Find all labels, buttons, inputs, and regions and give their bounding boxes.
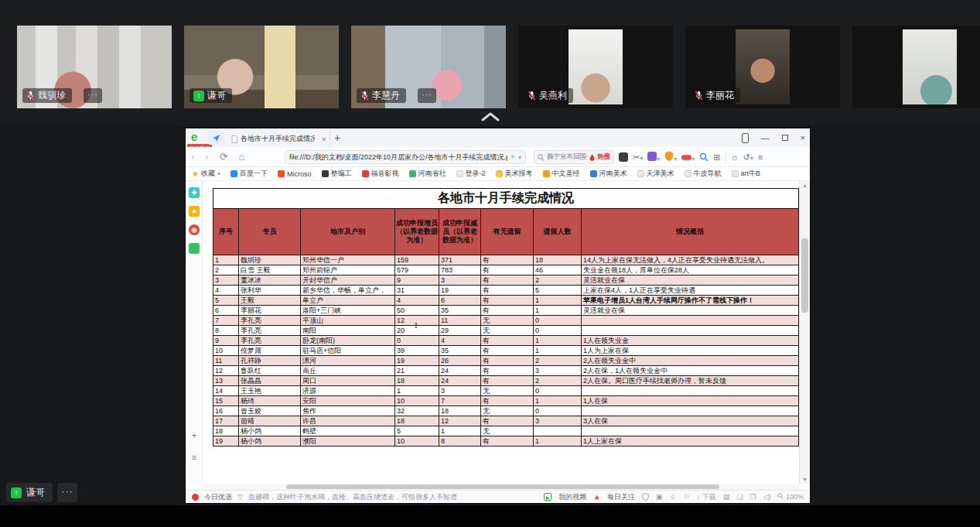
shield-check-icon[interactable] [642, 493, 649, 501]
bookmark-favicon [409, 170, 416, 177]
feedback-icon[interactable]: ❏ [736, 493, 743, 501]
menu-icon[interactable]: ≡ [758, 152, 763, 162]
phone-mode-icon[interactable] [742, 133, 749, 143]
pdf-viewer-page[interactable]: 各地市十月手续完成情况 序号专员地市及户别成功申报增员（以养老数据为准）成功申报… [203, 181, 799, 484]
close-button[interactable]: × [801, 133, 805, 142]
participant-tile-3[interactable]: 李慧丹 ··· [351, 26, 506, 108]
undo-history-icon[interactable]: ↺▾ [743, 152, 753, 163]
emoji-icon[interactable]: ☺ [670, 493, 677, 501]
browser-statusbar: 今日优选 ▽ 血越稠，这种叶子泡水喝，血栓、高血压绕道走，可惜很多人不知道 ▶ … [186, 490, 810, 503]
sidebar-toggle-icon[interactable]: ▤ [723, 493, 730, 501]
table-cell: 1人为上家在保 [582, 346, 799, 356]
sidebar-add-icon[interactable]: + [189, 430, 200, 441]
security-shield-icon[interactable]: ▾ [664, 150, 677, 164]
bookmark-item[interactable]: 中文圣经 [543, 169, 580, 179]
sidebar-health-app-icon[interactable]: ✚ [189, 187, 200, 198]
bookmark-favicon [637, 170, 644, 177]
my-video-label[interactable]: 我的视频 [558, 492, 586, 502]
table-cell: 有 [481, 336, 534, 346]
participant-tile-5[interactable]: 李丽花 [685, 26, 840, 108]
table-cell: 南阳 [301, 326, 395, 336]
forward-button[interactable]: › [200, 152, 213, 162]
gallery-icon[interactable]: ▣ [656, 493, 663, 501]
address-bar[interactable]: file:///D:/我的文档/桌面/2022年10月居家办公/各地市十月手续完… [285, 150, 526, 164]
bookmark-item[interactable]: 福音影视 [362, 169, 399, 179]
participant-more-button[interactable]: ··· [84, 88, 102, 103]
download-icon[interactable]: ↓ 下载 [697, 492, 716, 502]
participant-tile-1[interactable]: 魏驯珍 ··· [17, 26, 172, 108]
table-row: 7李孔亮平顶山1211无0 [213, 316, 799, 326]
participant-tile-6[interactable] [852, 26, 980, 108]
bookmark-item[interactable]: 登录-2 [456, 169, 486, 179]
bookmark-item[interactable]: 美术报考 [496, 169, 533, 179]
participant-more-button[interactable]: ··· [418, 88, 436, 103]
table-cell: 无 [481, 406, 534, 416]
new-tab-button[interactable]: + [334, 132, 340, 144]
scroll-down-arrow[interactable]: ▼ [800, 477, 810, 482]
speaker-icon[interactable]: ◁) [763, 493, 771, 501]
vertical-scrollbar[interactable]: ▲ ▼ [799, 181, 810, 484]
table-cell: 鹤壁 [301, 426, 395, 436]
apps-grid-icon[interactable]: ⊞ [713, 152, 720, 163]
table-title-row: 各地市十月手续完成情况 [213, 189, 799, 209]
sidebar-weibo-icon[interactable]: ◉ [189, 224, 200, 235]
browser-tab[interactable]: 各地市十月手续完成情况.pdf × [228, 131, 330, 147]
daily-picks-label[interactable]: 今日优选 [204, 492, 232, 502]
restore-button[interactable] [782, 135, 788, 141]
bookmark-favorites[interactable]: ★ 收藏 ▾ [192, 169, 220, 179]
bookmark-item[interactable]: 牛皮导航 [685, 169, 722, 179]
ticker-expand-icon[interactable]: ▽ [237, 493, 243, 501]
speed-mode-button[interactable] [208, 131, 224, 145]
extension-purple-icon[interactable]: ▾ [647, 150, 660, 164]
sidebar-notes-icon[interactable] [189, 243, 200, 254]
find-magnifier-icon[interactable] [699, 152, 709, 162]
scroll-up-arrow[interactable]: ▲ [800, 183, 810, 188]
flag-icon[interactable]: ⚐ [684, 493, 690, 501]
window-split-icon[interactable]: ❐ [750, 493, 756, 501]
news-ticker[interactable]: 血越稠，这种叶子泡水喝，血栓、高血压绕道走，可惜很多人不知道 [248, 492, 457, 502]
table-cell: 7 [213, 316, 239, 326]
sharer-more-button[interactable]: ··· [57, 483, 77, 502]
table-cell: 3 [534, 416, 582, 426]
table-cell: 0 [395, 336, 439, 346]
sharer-indicator-pill[interactable]: ↑ 谦哥 [6, 483, 53, 502]
home-button[interactable]: ⌂ [234, 152, 251, 162]
sidebar-favorites-icon[interactable]: ★ [189, 206, 200, 217]
horizontal-scroll-thumb[interactable] [286, 484, 719, 489]
horizontal-scrollbar[interactable] [203, 484, 799, 490]
chevron-down-icon[interactable]: ▾ [518, 154, 521, 161]
minimize-button[interactable]: — [761, 133, 770, 142]
participant-tile-4[interactable]: 吴燕利 [518, 26, 673, 108]
bookmark-item[interactable]: Microso [278, 170, 312, 178]
table-cell: 1 [439, 426, 481, 436]
settings-sun-icon[interactable]: ☼ [731, 152, 739, 162]
table-row: 2白雪 王毅郑州前锦户579783有46失业金在领18人，原单位在保28人 [213, 265, 799, 275]
sidebar-list-icon[interactable]: ≡ [189, 452, 200, 463]
table-cell: 1 [534, 346, 582, 356]
collapse-strip-chevron-icon[interactable] [480, 111, 501, 123]
zoom-control[interactable]: 100% [777, 493, 804, 501]
hot-search-label[interactable]: 热搜 [597, 152, 610, 162]
bookmark-item[interactable]: 百度一下 [230, 169, 268, 179]
table-cell: 新乡华信，华畅，单立户， [301, 286, 395, 296]
bookmark-item[interactable]: 河南美术 [590, 169, 627, 179]
table-cell: 0 [534, 326, 582, 336]
search-box[interactable]: 颜宁宣布回国任职 热搜 [534, 150, 614, 164]
table-row: 16曾玉姣焦作3218无0 [213, 406, 799, 416]
table-cell: 18 [395, 376, 439, 386]
tab-close-icon[interactable]: × [322, 135, 326, 144]
participant-tile-2[interactable]: ↑ 谦哥 [184, 26, 339, 108]
back-button[interactable]: ‹ [186, 152, 200, 162]
browser-logo-icon[interactable]: e [191, 130, 197, 143]
daily-follow-label[interactable]: 每日关注 [607, 492, 635, 502]
table-header-cell: 遗留人数 [534, 209, 582, 255]
bookmark-item[interactable]: 天津美术 [637, 169, 674, 179]
game-controller-icon[interactable]: ▾ [681, 150, 695, 164]
vertical-scroll-thumb[interactable] [801, 238, 808, 313]
refresh-button[interactable]: ⟳ [214, 152, 234, 162]
bookmark-item[interactable]: art牛B [732, 169, 761, 179]
bookmark-item[interactable]: 河南省社 [409, 169, 446, 179]
screenshot-scissors-icon[interactable]: ✂▾ [633, 152, 643, 163]
reading-mode-icon[interactable] [619, 152, 628, 162]
bookmark-item[interactable]: 整编工 [322, 169, 352, 179]
